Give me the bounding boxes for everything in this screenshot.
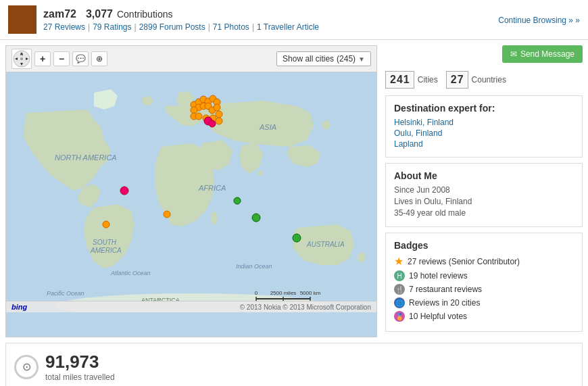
show-cities-button[interactable]: Show all cities (245) ▼ [276, 51, 371, 66]
svg-point-6 [20, 57, 23, 60]
svg-text:SOUTH: SOUTH [93, 239, 117, 246]
stat-photos[interactable]: 71 Photos [213, 22, 249, 32]
header-info: zam72 3,077 Contributions 27 Reviews | 7… [43, 8, 319, 32]
badge-cities-text: Reviews in 20 cities [409, 298, 480, 308]
continue-browsing-link[interactable]: Continue Browsing » [498, 16, 580, 25]
about-me-section: About Me Since Jun 2008 Lives in Oulu, F… [385, 163, 583, 227]
contributions-count: 3,077 [86, 8, 113, 20]
svg-text:Indian Ocean: Indian Ocean [236, 263, 272, 270]
map-area[interactable]: NORTH AMERICA SOUTH AMERICA AFRICA ASIA … [6, 72, 376, 312]
country-digit-1: 2 [451, 74, 457, 86]
main-content: N + − 💬 ⊕ Show all cities [0, 40, 588, 343]
svg-text:AMERICA: AMERICA [90, 247, 122, 254]
show-cities-label: Show all cities [283, 54, 334, 64]
badge-restaurant-text: 7 restaurant reviews [409, 285, 482, 294]
header-right: Continue Browsing » [498, 15, 580, 25]
map-zoom-in[interactable]: + [34, 51, 51, 66]
right-sidebar: Send Message 2 4 1 Cities 2 7 [383, 40, 588, 343]
stat-reviews[interactable]: 27 Reviews [43, 22, 85, 32]
city-icon: 🌐 [394, 297, 405, 308]
svg-text:AFRICA: AFRICA [198, 184, 226, 192]
countries-label: Countries [472, 75, 506, 85]
badge-reviews: ★ 27 reviews (Senior Contributor) [394, 255, 574, 268]
svg-text:Pacific Ocean: Pacific Ocean [47, 290, 84, 297]
pin-sea[interactable] [252, 214, 260, 222]
miles-section: ⊙ 91,973 total miles travelled [5, 343, 583, 386]
miles-label: total miles travelled [45, 372, 115, 382]
pin-north-america[interactable] [120, 187, 128, 195]
dest-oulu[interactable]: Oulu, Finland [394, 128, 574, 138]
map-layers[interactable]: ⊕ [91, 51, 107, 66]
city-digit-1: 2 [390, 74, 396, 86]
header: zam72 3,077 Contributions 27 Reviews | 7… [0, 0, 588, 40]
cities-stat-box: 2 4 1 [385, 71, 414, 89]
city-digit-3: 1 [403, 74, 410, 86]
miles-info: 91,973 total miles travelled [45, 352, 115, 382]
stat-ratings[interactable]: 79 Ratings [93, 22, 131, 32]
svg-text:AUSTRALIA: AUSTRALIA [306, 241, 345, 248]
restaurant-icon: 🍴 [394, 284, 405, 295]
svg-point-32 [195, 113, 202, 120]
destination-expert-title: Destination expert for: [394, 103, 574, 114]
send-message-label: Send Message [520, 49, 574, 59]
map-controls-left: N + − 💬 ⊕ [11, 49, 107, 69]
ribbon-icon: 🏅 [394, 311, 405, 322]
send-message-button[interactable]: Send Message [502, 45, 583, 63]
badges-section: Badges ★ 27 reviews (Senior Contributor)… [385, 233, 583, 332]
stat-articles[interactable]: 1 Traveller Article [257, 22, 319, 32]
svg-point-36 [216, 111, 222, 118]
stat-forum[interactable]: 2899 Forum Posts [139, 22, 205, 32]
dest-lapland[interactable]: Lapland [394, 139, 574, 149]
svg-text:Atlantic Ocean: Atlantic Ocean [110, 270, 151, 276]
map-nav-control[interactable]: N [11, 49, 32, 69]
star-icon: ★ [394, 255, 403, 268]
dest-helsinki[interactable]: Helsinki, Finland [394, 118, 574, 127]
pin-sea2[interactable] [293, 234, 301, 242]
lives-text: Lives in Oulu, Finland [394, 197, 574, 206]
cities-label: Cities [418, 75, 438, 85]
since-text: Since Jun 2008 [394, 185, 574, 195]
about-me-title: About Me [394, 170, 574, 181]
hotel-icon: H [394, 270, 405, 281]
header-stats: 27 Reviews | 79 Ratings | 2899 Forum Pos… [43, 22, 319, 32]
svg-point-38 [209, 120, 216, 127]
svg-text:ASIA: ASIA [259, 123, 276, 131]
badge-restaurant: 🍴 7 restaurant reviews [394, 284, 574, 295]
username: zam72 [43, 8, 76, 20]
stats-row: 2 4 1 Cities 2 7 Countries [385, 71, 583, 89]
svg-text:0: 0 [255, 290, 258, 296]
page-wrapper: zam72 3,077 Contributions 27 Reviews | 7… [0, 0, 588, 386]
destination-expert-section: Destination expert for: Helsinki, Finlan… [385, 95, 583, 158]
map-section: N + − 💬 ⊕ Show all cities [5, 45, 377, 337]
svg-text:NORTH AMERICA: NORTH AMERICA [55, 153, 117, 162]
city-digit-2: 4 [397, 74, 403, 86]
pin-west-africa[interactable] [164, 211, 170, 218]
world-map-svg: NORTH AMERICA SOUTH AMERICA AFRICA ASIA … [6, 72, 376, 312]
show-cities-count: (245) [337, 54, 356, 64]
map-toolbar: N + − 💬 ⊕ Show all cities [6, 46, 376, 72]
contributions-label: Contributions [117, 9, 173, 20]
svg-text:2500 miles: 2500 miles [270, 290, 297, 296]
countries-stat-box: 2 7 [446, 71, 468, 89]
badge-hotel-text: 19 hotel reviews [409, 271, 468, 281]
avatar [8, 5, 36, 34]
badge-helpful-text: 10 Helpful votes [409, 312, 467, 321]
badge-reviews-text: 27 reviews (Senior Contributor) [408, 257, 520, 266]
age-text: 35-49 year old male [394, 208, 574, 218]
dropdown-arrow-icon: ▼ [358, 55, 365, 63]
pin-middle-east[interactable] [234, 197, 241, 204]
svg-point-30 [214, 104, 220, 111]
map-zoom-out[interactable]: − [53, 51, 70, 66]
country-digit-2: 7 [458, 74, 464, 86]
svg-text:5000 km: 5000 km [300, 290, 321, 296]
badge-cities: 🌐 Reviews in 20 cities [394, 297, 574, 308]
miles-number: 91,973 [45, 352, 115, 372]
bing-logo: bing [11, 303, 27, 311]
speedometer-icon: ⊙ [14, 355, 39, 379]
pin-south-america[interactable] [103, 221, 109, 228]
badges-title: Badges [394, 240, 574, 251]
map-copyright: © 2013 Nokia © 2013 Microsoft Corporatio… [240, 304, 371, 311]
svg-point-35 [216, 118, 222, 124]
map-comment[interactable]: 💬 [72, 51, 89, 66]
badge-helpful: 🏅 10 Helpful votes [394, 311, 574, 322]
